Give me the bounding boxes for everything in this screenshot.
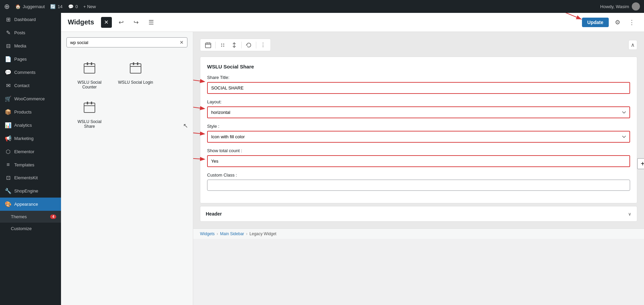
menu-button[interactable]: ☰: [146, 17, 157, 28]
sidebar-item-dashboard[interactable]: ⊞ Dashboard: [0, 13, 61, 26]
admin-bar-right: Howdy, Wasim: [600, 2, 640, 11]
sidebar-item-posts[interactable]: ✎ Posts: [0, 26, 61, 39]
updates-icon: 🔄: [50, 4, 56, 9]
undo-button[interactable]: ↩: [116, 17, 127, 28]
calendar-icon: [83, 61, 96, 77]
arrows-toolbar-icon[interactable]: [229, 41, 239, 49]
sidebar-subitem-customize[interactable]: Customize: [0, 223, 61, 235]
elementskit-icon: ⊡: [5, 175, 12, 181]
wp-logo-icon[interactable]: ⊕: [4, 2, 10, 11]
layout-label: Layout:: [207, 99, 630, 104]
analytics-icon: 📊: [5, 122, 12, 128]
sidebar-subitem-themes[interactable]: Themes 4: [0, 211, 61, 223]
sidebar-item-label: Posts: [14, 30, 56, 35]
editor-panel: ⋮ ∧: [193, 32, 644, 228]
custom-class-input[interactable]: [207, 180, 630, 191]
svg-point-21: [223, 45, 224, 46]
breadcrumb-widgets[interactable]: Widgets: [200, 231, 215, 236]
collapse-button[interactable]: ∧: [628, 40, 637, 50]
widget-item-social-share[interactable]: WSLU Social Share: [69, 98, 110, 131]
comments-icon: 💬: [68, 4, 74, 9]
more-toolbar-icon[interactable]: ⋮: [258, 40, 268, 49]
close-button[interactable]: ✕: [101, 17, 112, 28]
svg-point-19: [223, 43, 224, 44]
admin-bar-new[interactable]: + New: [83, 4, 96, 9]
admin-bar-updates[interactable]: 🔄 14: [50, 4, 62, 9]
breadcrumb-sep: ›: [246, 231, 247, 236]
more-options-button[interactable]: ⋮: [626, 17, 637, 28]
calendar-toolbar-icon[interactable]: [203, 41, 213, 49]
svg-rect-2: [84, 64, 95, 73]
sidebar-item-label: ShopEngine: [14, 188, 56, 194]
widget-card-wrapper: WSLU Social Share Share Title: Layout:: [200, 54, 637, 203]
sidebar-item-elementskit[interactable]: ⊡ ElementsKit: [0, 171, 61, 184]
search-clear-button[interactable]: ✕: [180, 40, 184, 45]
svg-rect-14: [205, 43, 211, 48]
header-right: Update ⚙ ⋮: [582, 17, 637, 28]
admin-bar-comments[interactable]: 💬 0: [68, 4, 78, 9]
chevron-down-icon: ∨: [628, 211, 631, 217]
sidebar-item-label: Media: [14, 43, 56, 48]
share-title-input[interactable]: [207, 82, 630, 94]
breadcrumb-main-sidebar[interactable]: Main Sidebar: [220, 231, 244, 236]
toolbar-separator: [256, 42, 256, 48]
svg-rect-16: [207, 42, 207, 44]
dots-toolbar-icon[interactable]: [218, 41, 228, 49]
sidebar-item-elementor[interactable]: ⬡ Elementor: [0, 145, 61, 158]
update-button[interactable]: Update: [582, 18, 609, 27]
widget-item-social-counter[interactable]: WSLU Social Counter: [69, 58, 110, 92]
sidebar-item-label: Contact: [14, 83, 56, 88]
svg-point-18: [221, 43, 222, 44]
sidebar-item-label: Pages: [14, 57, 56, 62]
sidebar-item-label: Customize: [11, 226, 56, 231]
svg-line-26: [193, 128, 200, 134]
layout-select[interactable]: horizontal vertical: [207, 106, 630, 118]
sidebar-item-woocommerce[interactable]: 🛒 WooCommerce: [0, 92, 61, 105]
sidebar-item-marketing[interactable]: 📢 Marketing: [0, 132, 61, 145]
widget-label: WSLU Social Login: [118, 80, 153, 85]
calendar-icon: [129, 61, 142, 77]
sidebar-item-label: Analytics: [14, 123, 56, 128]
sidebar-item-label: Templates: [14, 162, 56, 167]
settings-button[interactable]: ⚙: [612, 17, 623, 28]
pages-icon: 📄: [5, 56, 12, 62]
header-section-title: Header: [206, 211, 222, 217]
add-widget-button[interactable]: +: [637, 158, 644, 169]
widget-label: WSLU Social Share: [72, 119, 107, 129]
sidebar-item-products[interactable]: 📦 Products: [0, 105, 61, 119]
sidebar-item-shopengine[interactable]: 🔧 ShopEngine: [0, 184, 61, 198]
show-total-count-input[interactable]: [207, 155, 630, 167]
search-input[interactable]: [70, 40, 180, 45]
block-toolbar: ⋮: [200, 39, 271, 51]
sidebar-item-label: Themes: [11, 214, 47, 219]
avatar[interactable]: [632, 2, 640, 11]
redo-button[interactable]: ↪: [131, 17, 142, 28]
widget-item-social-login[interactable]: WSLU Social Login: [115, 58, 156, 92]
sidebar-item-contact[interactable]: ✉ Contact: [0, 79, 61, 92]
widget-label: WSLU Social Counter: [72, 80, 107, 89]
sidebar-item-pages[interactable]: 📄 Pages: [0, 53, 61, 66]
sidebar-item-comments[interactable]: 💬 Comments: [0, 66, 61, 79]
sidebar-item-templates[interactable]: ≡ Templates: [0, 158, 61, 171]
calendar-icon: [83, 100, 96, 117]
media-icon: ⊟: [5, 43, 12, 49]
admin-bar-site[interactable]: 🏠 Juggernaut: [15, 4, 45, 9]
svg-rect-9: [137, 62, 138, 65]
style-select[interactable]: Icon with fill color Icon only Icon with…: [207, 131, 630, 143]
show-total-count-label: Show total count :: [207, 148, 630, 153]
header-section[interactable]: Header ∨: [200, 206, 637, 222]
svg-line-1: [561, 13, 582, 19]
sidebar-item-media[interactable]: ⊟ Media: [0, 39, 61, 53]
layout-group: Layout: horizontal vertical: [207, 99, 630, 118]
content-area: ✕ WSLU Social Counter: [61, 32, 644, 305]
sidebar-item-label: Appearance: [14, 202, 56, 207]
svg-rect-10: [84, 103, 95, 113]
breadcrumb-sep: ›: [217, 231, 218, 236]
sidebar-item-appearance[interactable]: 🎨 Appearance: [0, 198, 61, 211]
dashboard-icon: ⊞: [5, 16, 12, 23]
svg-rect-17: [209, 42, 209, 44]
comments-icon: 💬: [5, 69, 12, 76]
style-label: Style :: [207, 124, 630, 129]
sidebar-item-analytics[interactable]: 📊 Analytics: [0, 119, 61, 132]
refresh-toolbar-icon[interactable]: [244, 41, 254, 49]
